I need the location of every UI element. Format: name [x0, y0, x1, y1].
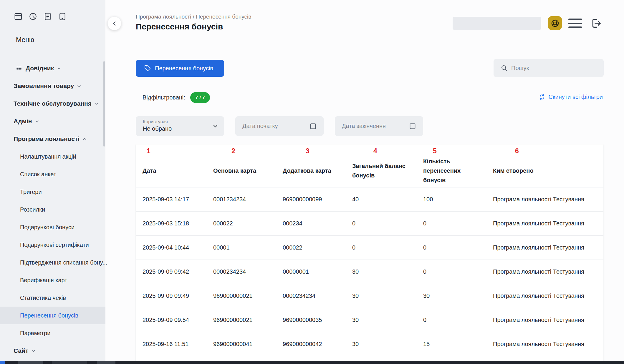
table-cell: Програма лояльності Тестування [493, 332, 603, 356]
sidebar-item[interactable]: Технічне обслуговування [0, 95, 105, 112]
sidebar-item[interactable]: Розсилки [0, 201, 105, 218]
reset-filters-link[interactable]: Скинути всі фільтри [539, 94, 603, 100]
table-cell: 000022 [213, 212, 283, 236]
table-row[interactable]: 2025-09-09 09:42000023423400000001300Про… [136, 260, 603, 284]
table-row[interactable]: 2025-09-04 10:440000100002200Програма ло… [136, 236, 603, 260]
table-column-header: 5Кількість перенесених бонусів [423, 144, 493, 187]
chevron-down-icon [95, 102, 99, 106]
table-row[interactable]: 2025-09-03 15:1800002200023400Програма л… [136, 212, 603, 236]
document-icon[interactable] [43, 12, 52, 21]
app-root: Меню ДовідникЗамовлення товаруТехнічне о… [0, 0, 624, 364]
pie-chart-icon[interactable] [28, 12, 38, 21]
column-header-label: Загальний баланс бонусів [352, 157, 423, 187]
sidebar-item[interactable]: Перенесення бонусів [0, 307, 105, 324]
table-cell: 0 [423, 236, 493, 260]
annotation-number: 5 [433, 147, 493, 157]
menu-toggle-button[interactable] [568, 19, 582, 28]
sidebar-item[interactable]: Статистика чеків [0, 289, 105, 307]
date-end-placeholder: Дата закінчення [342, 123, 386, 129]
window-icon[interactable] [14, 12, 23, 21]
table-cell: 969000000035 [283, 308, 352, 332]
column-header-label: Додаткова карта [283, 157, 352, 187]
sidebar-menu: ДовідникЗамовлення товаруТехнічне обслуг… [0, 59, 105, 360]
transfer-bonuses-button[interactable]: Перенесення бонусів [136, 60, 224, 77]
taskbar-strip-accent [0, 361, 5, 364]
filtered-label: Відфільтровані: [143, 94, 185, 101]
bonus-transfers-table: 1Дата2Основна карта3Додаткова карта4Зага… [136, 144, 603, 361]
table-header-row: 1Дата2Основна карта3Додаткова карта4Зага… [136, 144, 603, 187]
table-row[interactable]: 2025-09-03 14:17000123423496900000009940… [136, 187, 603, 212]
table-cell: 969000000099 [283, 187, 352, 212]
chevron-up-icon [82, 137, 87, 141]
table-cell: 30 [352, 260, 423, 284]
sidebar-item[interactable]: Програма лояльності [0, 130, 105, 148]
sidebar-item[interactable]: Довідник [0, 59, 105, 77]
sidebar-item-label: Параметри [20, 330, 50, 337]
table-body: 2025-09-03 14:17000123423496900000009940… [136, 187, 603, 356]
table-cell: Програма лояльності Тестування [493, 260, 603, 284]
table-cell: Програма лояльності Тестування [493, 308, 603, 332]
table-row[interactable]: 2025-09-09 09:54969000000021969000000035… [136, 308, 603, 332]
table-row[interactable]: 2025-09-09 09:49969000000021000023423430… [136, 284, 603, 308]
sidebar-item-label: Програма лояльності [14, 135, 80, 142]
date-start-placeholder: Дата початку [242, 123, 278, 129]
user-filter-value: Не обрано [143, 125, 224, 132]
column-header-label: Дата [136, 157, 213, 187]
sidebar-item[interactable]: Подарункові бонуси [0, 218, 105, 236]
main-area: Програма лояльності / Перенесення бонусі… [105, 0, 624, 364]
search-input[interactable] [511, 59, 604, 77]
chevron-down-icon [35, 119, 39, 124]
sidebar-item-label: Довідник [26, 65, 54, 72]
table-column-header: 1Дата [136, 144, 213, 187]
sidebar-item-label: Замовлення товару [14, 82, 74, 89]
sidebar-item[interactable]: Підтвердження списання бону... [0, 254, 105, 271]
sidebar-item[interactable]: Подарункові сертифікати [0, 236, 105, 254]
language-globe-button[interactable] [548, 16, 562, 30]
sidebar-item[interactable]: Адмін [0, 112, 105, 130]
user-filter-dropdown[interactable]: Користувач Не обрано [136, 116, 224, 136]
search-box[interactable] [494, 59, 604, 77]
tablet-icon[interactable] [58, 12, 67, 21]
chevron-down-icon [213, 123, 218, 130]
sidebar-item[interactable]: Налаштування акцій [0, 148, 105, 165]
sidebar-item[interactable]: Замовлення товару [0, 77, 105, 95]
table-cell: 969000000041 [213, 332, 283, 356]
table-cell: 969000000021 [213, 284, 283, 308]
column-header-label: Кількість перенесених бонусів [423, 157, 493, 187]
breadcrumb[interactable]: Програма лояльності / Перенесення бонусі… [136, 14, 251, 20]
table-cell: 100 [423, 187, 493, 212]
sidebar-collapse-button[interactable] [107, 16, 121, 30]
sidebar-item[interactable]: Тригери [0, 183, 105, 201]
date-end-input[interactable]: Дата закінчення [335, 116, 423, 136]
sidebar-item[interactable]: Параметри [0, 324, 105, 342]
page-title: Перенесення бонусів [136, 22, 223, 31]
sidebar-item-label: Подарункові бонуси [20, 224, 75, 231]
list-icon [16, 65, 22, 72]
table-cell: 000234 [283, 212, 352, 236]
table-cell: 30 [352, 332, 423, 356]
table-cell: 969000000021 [213, 308, 283, 332]
sidebar-item-label: Список анкет [20, 171, 56, 178]
table-column-header: 3Додаткова карта [283, 144, 352, 187]
sidebar-item-label: Тригери [20, 189, 42, 195]
date-start-input[interactable]: Дата початку [235, 116, 324, 136]
table-cell: 2025-09-03 14:17 [136, 187, 213, 212]
table-cell: 40 [352, 187, 423, 212]
logout-button[interactable] [590, 16, 603, 30]
search-icon [501, 64, 508, 72]
sidebar-item-label: Статистика чеків [20, 295, 66, 301]
sidebar-item[interactable]: Сайт [0, 342, 105, 360]
sidebar-item-label: Подарункові сертифікати [20, 242, 89, 248]
table-cell: 0000234234 [213, 260, 283, 284]
sidebar-scrollbar[interactable] [103, 61, 105, 147]
table-row[interactable]: 2025-09-16 11:51969000000041969000000042… [136, 332, 603, 356]
table-cell: 2025-09-09 09:42 [136, 260, 213, 284]
table-cell: 0000234234 [283, 284, 352, 308]
menu-title: Меню [16, 36, 34, 44]
user-filter-label: Користувач [143, 119, 224, 124]
table-cell: 0 [423, 212, 493, 236]
sidebar-item[interactable]: Верифікація карт [0, 271, 105, 289]
refresh-icon [539, 94, 545, 100]
table-cell: Програма лояльності Тестування [493, 284, 603, 308]
sidebar-item[interactable]: Список анкет [0, 165, 105, 183]
